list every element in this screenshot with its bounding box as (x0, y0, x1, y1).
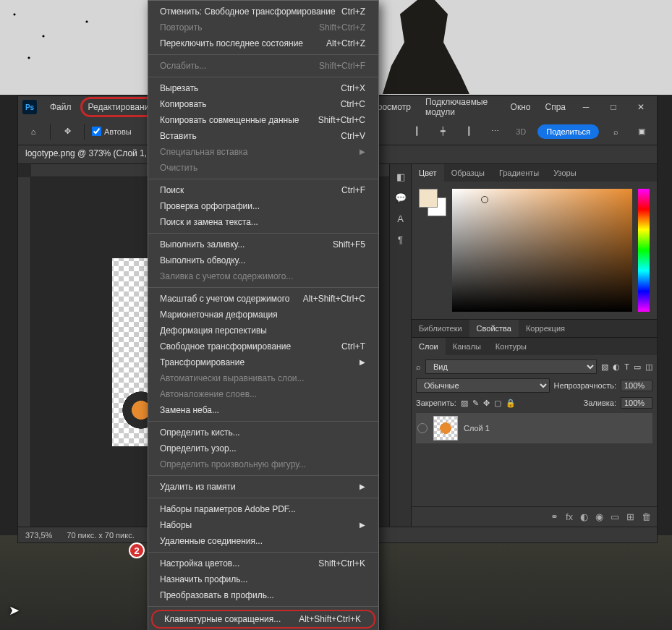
menu-item[interactable]: Настройка цветов...Shift+Ctrl+K (148, 555, 378, 571)
menu-item-label: Трансформирование (160, 357, 244, 368)
menu-item[interactable]: ПоискCtrl+F (148, 182, 378, 198)
menu-item[interactable]: Марионеточная деформация (148, 307, 378, 323)
menu-item[interactable]: ВырезатьCtrl+X (148, 80, 378, 96)
filter-adjust-icon[interactable]: ◐ (613, 362, 620, 372)
layer-thumbnail[interactable] (433, 416, 458, 440)
opacity-input[interactable] (621, 380, 652, 391)
fill-input[interactable] (621, 397, 652, 409)
menu-item[interactable]: Наборы▶ (148, 517, 378, 533)
menu-item[interactable]: Определить кисть... (148, 425, 378, 440)
tab-patterns[interactable]: Узоры (546, 164, 583, 182)
menu-window[interactable]: Окно (505, 99, 537, 115)
menu-item[interactable]: Клавиатурные сокращения...Alt+Shift+Ctrl… (151, 610, 375, 629)
lock-pixels-icon[interactable]: ▨ (461, 399, 468, 408)
menu-item[interactable]: Определить узор... (148, 440, 378, 456)
filter-type-icon[interactable]: T (624, 362, 629, 371)
menu-item[interactable]: Замена неба... (148, 402, 378, 418)
menu-item[interactable]: Назначить профиль... (148, 571, 378, 587)
visibility-toggle-icon[interactable] (417, 423, 428, 433)
menu-plugins[interactable]: Подключаемые модули (420, 94, 502, 120)
menu-item[interactable]: Проверка орфографии... (148, 198, 378, 214)
menu-help[interactable]: Спра (539, 99, 571, 115)
menu-item[interactable]: Переключить последнее состояниеAlt+Ctrl+… (148, 35, 378, 51)
layer-row[interactable]: Слой 1 (416, 413, 652, 443)
panel-icon-1[interactable]: ◧ (396, 171, 405, 182)
panel-icon-4[interactable]: ¶ (398, 234, 403, 245)
menu-item: Определить произвольную фигуру... (148, 456, 378, 472)
kind-search-icon[interactable]: ⌕ (416, 362, 421, 371)
fg-bg-swatch[interactable] (419, 189, 446, 216)
search-icon[interactable]: ⌕ (606, 122, 625, 141)
layer-name[interactable]: Слой 1 (464, 424, 490, 433)
mask-icon[interactable]: ◐ (580, 511, 588, 522)
delete-icon[interactable]: 🗑 (642, 511, 651, 522)
lock-all-icon[interactable]: 🔒 (506, 399, 516, 408)
home-icon[interactable]: ⌂ (24, 122, 43, 141)
share-button[interactable]: Поделиться (537, 124, 599, 139)
menu-item-label: Преобразовать в профиль... (160, 589, 274, 601)
menu-item[interactable]: Деформация перспективы (148, 323, 378, 339)
tab-swatches[interactable]: Образцы (444, 164, 492, 182)
menu-item[interactable]: Копировать совмещенные данныеShift+Ctrl+… (148, 112, 378, 128)
window-minimize[interactable]: ─ (574, 99, 597, 115)
menu-item-label: Выполнить заливку... (160, 239, 244, 250)
panel-icon-3[interactable]: A (397, 213, 404, 224)
right-panels: Цвет Образцы Градиенты Узоры Библиотеки … (411, 164, 657, 527)
auto-select-check[interactable] (92, 127, 101, 136)
menu-file[interactable]: Файл (44, 99, 77, 115)
menu-item[interactable]: Свободное трансформированиеCtrl+T (148, 339, 378, 354)
menu-item[interactable]: Наборы параметров Adobe PDF... (148, 501, 378, 517)
group-icon[interactable]: ▭ (611, 511, 619, 522)
menu-item[interactable]: ВставитьCtrl+V (148, 128, 378, 144)
tab-layers[interactable]: Слои (412, 338, 446, 355)
window-maximize[interactable]: □ (602, 99, 625, 115)
color-field[interactable] (452, 189, 632, 312)
3d-mode-icon[interactable]: 3D (511, 122, 530, 141)
window-close[interactable]: ✕ (629, 99, 652, 115)
zoom-level[interactable]: 373,5% (25, 531, 52, 540)
menu-item-label: Настройка цветов... (160, 558, 239, 569)
menu-item[interactable]: Преобразовать в профиль... (148, 587, 378, 603)
menu-item[interactable]: Трансформирование▶ (148, 354, 378, 370)
menu-item[interactable]: Поиск и замена текста... (148, 214, 378, 230)
menu-item[interactable]: Удаленные соединения... (148, 533, 378, 549)
menu-shortcut: Shift+Ctrl+C (318, 114, 365, 126)
align-center-icon[interactable]: ┿ (433, 122, 452, 141)
menu-item[interactable]: Отменить: Свободное трансформированиеCtr… (148, 4, 378, 20)
menu-item[interactable]: Удалить из памяти▶ (148, 479, 378, 495)
menu-item[interactable]: Выполнить заливку...Shift+F5 (148, 237, 378, 252)
filter-pixel-icon[interactable]: ▧ (601, 362, 608, 372)
tab-gradients[interactable]: Градиенты (492, 164, 546, 182)
workspace-icon[interactable]: ▣ (632, 122, 651, 141)
lock-artboard-icon[interactable]: ▢ (494, 399, 501, 408)
filter-shape-icon[interactable]: ▭ (634, 362, 641, 372)
hue-slider[interactable] (638, 189, 650, 312)
menu-item-label: Удалить из памяти (160, 481, 236, 493)
layer-kind-select[interactable]: Вид (425, 359, 597, 374)
align-right-icon[interactable]: ┃ (459, 122, 478, 141)
tab-adjustments[interactable]: Коррекция (519, 320, 572, 337)
doc-dimensions: 70 пикс. x 70 пикс. (67, 531, 134, 540)
tab-color[interactable]: Цвет (412, 164, 444, 182)
menu-shortcut: Ctrl+F (341, 184, 365, 196)
filter-smart-icon[interactable]: ◫ (645, 362, 652, 372)
move-tool-icon[interactable]: ✥ (58, 122, 77, 141)
tab-libraries[interactable]: Библиотеки (412, 320, 469, 337)
lock-brush-icon[interactable]: ✎ (472, 399, 479, 408)
lock-move-icon[interactable]: ✥ (483, 399, 490, 408)
menu-item[interactable]: КопироватьCtrl+C (148, 96, 378, 112)
align-left-icon[interactable]: ┃ (407, 122, 426, 141)
tab-channels[interactable]: Каналы (446, 338, 488, 355)
blend-mode-select[interactable]: Обычные (416, 378, 550, 393)
menu-item[interactable]: Выполнить обводку... (148, 252, 378, 268)
distribute-icon[interactable]: ⋯ (485, 122, 504, 141)
fx-icon[interactable]: fx (566, 511, 573, 522)
panel-icon-2[interactable]: 💬 (395, 192, 407, 203)
link-layers-icon[interactable]: ⚭ (550, 511, 558, 522)
auto-select-checkbox[interactable]: Автовы (92, 127, 132, 136)
menu-item[interactable]: Масштаб с учетом содержимогоAlt+Shift+Ct… (148, 291, 378, 307)
tab-paths[interactable]: Контуры (488, 338, 534, 355)
adjustment-icon[interactable]: ◉ (595, 511, 603, 522)
new-layer-icon[interactable]: ⊞ (626, 511, 634, 522)
tab-properties[interactable]: Свойства (469, 320, 519, 337)
